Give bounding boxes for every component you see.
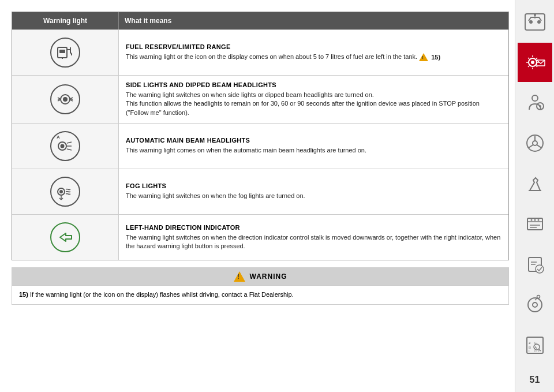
warning-text: If the warning light (or the icon on the… <box>28 291 294 298</box>
table-row: FUEL RESERVE/LIMITED RANGE This warning … <box>12 29 508 75</box>
warning-label: WARNING <box>250 272 287 281</box>
foglights-icon <box>50 176 81 207</box>
sidebar-item-media[interactable] <box>518 285 552 324</box>
svg-point-51 <box>533 141 537 145</box>
autobeam-icon: A <box>50 130 81 162</box>
warning-lights-table: Warning light What it means FUEL RESERVE… <box>12 12 509 260</box>
fuel-icon-cell <box>12 30 119 75</box>
sidebar-item-safety[interactable] <box>518 83 552 122</box>
svg-point-70 <box>537 296 540 298</box>
svg-point-64 <box>536 265 544 273</box>
autobeam-title: AUTOMATIC MAIN BEAM HEADLIGHTS <box>126 137 501 144</box>
foglights-desc: The warning light switches on when the f… <box>126 192 501 200</box>
index-icon: Z B I E A C T <box>524 333 546 358</box>
warning-lights-active-icon <box>524 50 546 75</box>
svg-point-31 <box>529 20 533 24</box>
sidebar-item-maintenance[interactable] <box>518 164 552 203</box>
direction-row-text: LEFT-HAND DIRECTION INDICATOR The warnin… <box>119 215 508 260</box>
direction-indicator-icon <box>50 222 81 253</box>
maintenance-icon <box>524 171 546 196</box>
sidelights-icon-cell <box>12 76 119 123</box>
direction-icon-cell <box>12 215 119 260</box>
col-warning-header: Warning light <box>12 12 119 29</box>
svg-line-44 <box>536 58 537 59</box>
svg-point-68 <box>533 303 537 307</box>
autobeam-desc: This warning light comes on when the aut… <box>126 146 501 155</box>
svg-point-15 <box>51 132 80 160</box>
fuel-row-text: FUEL RESERVE/LIMITED RANGE This warning … <box>119 30 508 75</box>
warning-header: WARNING <box>12 268 508 285</box>
svg-rect-2 <box>59 50 65 53</box>
steering-icon <box>524 130 546 156</box>
svg-text:A: A <box>57 135 60 140</box>
fuel-icon <box>50 37 81 68</box>
svg-line-43 <box>528 66 529 67</box>
fuel-desc: This warning light or the icon on the di… <box>126 53 501 62</box>
foglights-icon-cell <box>12 169 119 214</box>
foglights-row-text: FOG LIGHTS The warning light switches on… <box>119 169 508 214</box>
svg-line-11 <box>58 100 60 101</box>
direction-desc: The warning light switches on when the d… <box>126 233 501 251</box>
svg-point-33 <box>534 14 536 16</box>
table-header: Warning light What it means <box>12 12 508 29</box>
svg-point-28 <box>51 223 80 252</box>
service-icon <box>524 211 546 237</box>
sidebar-item-car-info[interactable] <box>518 2 552 42</box>
svg-line-20 <box>67 149 72 150</box>
svg-point-60 <box>537 219 539 221</box>
sidebar-item-service[interactable] <box>518 204 552 244</box>
car-info-icon <box>524 9 546 35</box>
svg-line-41 <box>528 58 529 59</box>
svg-point-58 <box>530 219 532 221</box>
svg-line-18 <box>67 142 72 143</box>
autobeam-row-text: AUTOMATIC MAIN BEAM HEADLIGHTS This warn… <box>119 124 508 169</box>
svg-point-24 <box>59 190 63 193</box>
media-icon <box>524 292 546 318</box>
col-means-header: What it means <box>119 12 508 29</box>
sidelights-title: SIDE LIGHTS AND DIPPED BEAM HEADLIGHTS <box>126 81 501 88</box>
table-row: FOG LIGHTS The warning light switches on… <box>12 169 508 214</box>
table-row: SIDE LIGHTS AND DIPPED BEAM HEADLIGHTS T… <box>12 75 508 123</box>
svg-point-59 <box>534 219 536 221</box>
svg-line-53 <box>529 145 533 148</box>
safety-icon <box>524 90 546 115</box>
sidebar-item-index[interactable]: Z B I E A C T <box>518 326 552 365</box>
table-row: LEFT-HAND DIRECTION INDICATOR The warnin… <box>12 214 508 260</box>
table-row: A AUTOMATIC MAIN BEAM HEADLIGHTS This wa… <box>12 123 508 169</box>
sidebar-item-warning-lights[interactable] <box>518 43 552 82</box>
sidebar-item-checklist[interactable] <box>518 245 552 284</box>
checklist-icon <box>524 252 546 277</box>
svg-line-54 <box>537 145 541 148</box>
svg-marker-29 <box>60 233 72 241</box>
direction-title: LEFT-HAND DIRECTION INDICATOR <box>126 224 501 231</box>
sidebar: Z B I E A C T 51 <box>515 0 554 392</box>
svg-point-32 <box>537 20 541 24</box>
autobeam-icon-cell: A <box>12 124 119 169</box>
svg-text:I: I <box>529 349 530 353</box>
page-number: 51 <box>525 370 545 390</box>
svg-text:Z: Z <box>529 341 531 345</box>
sidelights-row-text: SIDE LIGHTS AND DIPPED BEAM HEADLIGHTS T… <box>119 76 508 123</box>
warning-triangle-icon <box>234 271 245 282</box>
svg-point-46 <box>532 95 538 101</box>
svg-point-17 <box>61 144 65 148</box>
foglights-title: FOG LIGHTS <box>126 182 501 189</box>
svg-line-12 <box>70 98 73 99</box>
warning-body: 15) If the warning light (or the icon on… <box>12 285 508 304</box>
svg-point-8 <box>63 97 68 102</box>
sidelights-icon <box>50 84 81 115</box>
svg-point-36 <box>531 61 534 64</box>
svg-line-14 <box>70 100 73 101</box>
sidelights-desc: The warning light switches on when side … <box>126 91 501 117</box>
sidebar-item-steering[interactable] <box>518 124 552 163</box>
fuel-title: FUEL RESERVE/LIMITED RANGE <box>126 43 501 50</box>
warning-footnote-num: 15) <box>19 291 28 298</box>
svg-line-9 <box>58 98 60 99</box>
warning-box: WARNING 15) If the warning light (or the… <box>12 267 509 304</box>
